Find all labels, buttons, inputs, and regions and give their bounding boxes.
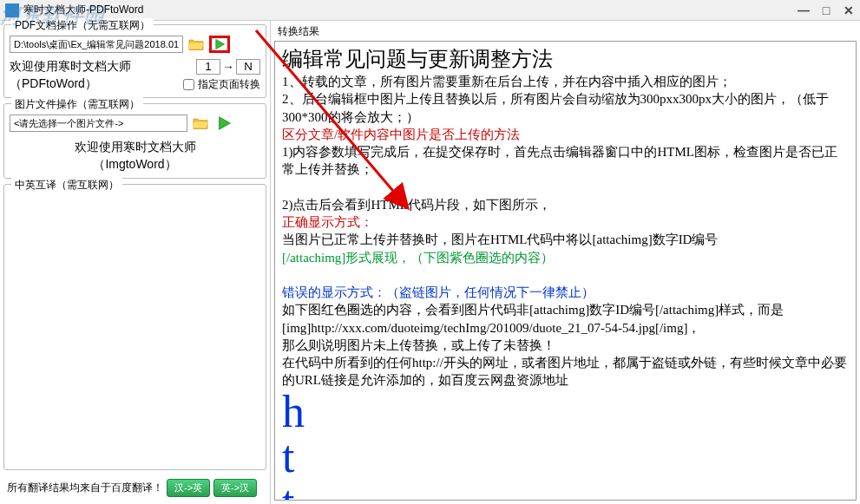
folder-icon[interactable] [186,36,207,53]
pdf-group-title: PDF文档操作（无需互联网） [11,18,154,33]
arrow-icon: → [222,60,234,74]
convert-image-button[interactable] [213,115,234,132]
page-from-input[interactable] [196,59,220,75]
pdf-welcome: 欢迎使用寒时文档大师 （PDFtoWord） [10,58,180,92]
page-range-checkbox[interactable] [183,79,194,90]
footer: 所有翻译结果均来自于百度翻译！ 汉->英 英->汉 [3,475,266,501]
minimize-button[interactable]: — [798,4,810,16]
image-group-title: 图片文件操作（需互联网） [11,97,143,112]
image-group: 图片文件操作（需互联网） 欢迎使用寒时文档大师 （ImgtoWord） [3,103,266,179]
translate-group-title: 中英互译（需互联网） [11,178,122,193]
titlebar-title: 寒时文档大师-PDFtoWord [23,3,798,17]
result-label: 转换结果 [274,24,857,39]
image-file-input[interactable] [10,115,187,132]
close-button[interactable]: ✕ [843,4,855,16]
left-panel: PDF文档操作（无需互联网） 欢迎使用寒时文档大师 （PDFtoWord） [0,21,271,504]
en-to-cn-button[interactable]: 英->汉 [213,479,257,497]
image-welcome: 欢迎使用寒时文档大师 （ImgtoWord） [10,139,260,173]
result-box[interactable]: 编辑常见问题与更新调整方法 1、转载的文章，所有图片需要重新在后台上传，并在内容… [274,41,857,501]
maximize-button[interactable]: □ [820,4,832,16]
pdf-group: PDF文档操作（无需互联网） 欢迎使用寒时文档大师 （PDFtoWord） [3,24,266,98]
footer-credit: 所有翻译结果均来自于百度翻译！ [7,481,163,495]
convert-pdf-button[interactable] [209,36,230,53]
doc-title: 编辑常见问题与更新调整方法 [282,45,849,73]
page-range-label: 指定页面转换 [198,77,260,92]
folder-icon[interactable] [190,115,211,132]
translate-group: 中英互译（需互联网） [3,184,266,470]
app-icon [5,3,19,17]
doc-body: 1、转载的文章，所有图片需要重新在后台上传，并在内容中插入相应的图片； 2、后台… [282,73,849,501]
right-panel: 转换结果 编辑常见问题与更新调整方法 1、转载的文章，所有图片需要重新在后台上传… [271,21,860,504]
page-to-input[interactable] [236,59,260,75]
cn-to-en-button[interactable]: 汉->英 [167,479,210,497]
pdf-file-input[interactable] [10,36,183,53]
